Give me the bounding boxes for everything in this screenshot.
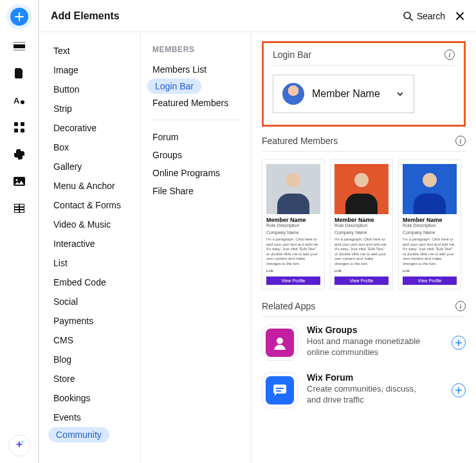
category-item[interactable]: Bookings xyxy=(39,388,140,408)
table-icon[interactable] xyxy=(13,202,26,215)
category-item[interactable]: Gallery xyxy=(39,157,140,176)
subnav-item[interactable]: Forum xyxy=(141,128,251,146)
member-card[interactable]: Member NameRole DescriptionCompany NameI… xyxy=(398,159,461,289)
section-icon[interactable] xyxy=(13,40,26,53)
category-item[interactable]: Social xyxy=(39,292,140,311)
rail-add-button[interactable] xyxy=(10,8,28,26)
subnav-divider xyxy=(152,120,239,120)
svg-point-4 xyxy=(21,100,24,104)
category-item[interactable]: Store xyxy=(39,369,140,388)
app-icon xyxy=(266,376,294,404)
category-item[interactable]: Box xyxy=(39,138,140,157)
plus-icon xyxy=(15,12,24,21)
info-icon[interactable]: i xyxy=(444,50,455,60)
page-icon[interactable] xyxy=(13,67,26,80)
info-icon[interactable]: i xyxy=(455,301,466,311)
view-profile-button[interactable]: View Profile xyxy=(403,277,457,285)
category-item[interactable]: Contact & Forms xyxy=(39,195,140,215)
category-item[interactable]: Events xyxy=(39,408,140,427)
view-profile-button[interactable]: View Profile xyxy=(266,277,320,285)
login-bar-widget[interactable]: Member Name xyxy=(273,75,414,113)
svg-rect-0 xyxy=(14,44,25,48)
app-icon-tile xyxy=(262,325,298,361)
category-item[interactable]: Blog xyxy=(39,350,140,369)
app-icon-tile xyxy=(262,372,298,408)
category-item[interactable]: Community xyxy=(48,427,109,442)
member-role: Role Description xyxy=(399,223,461,228)
member-card[interactable]: Member NameRole DescriptionCompany NameI… xyxy=(262,159,325,289)
member-paragraph: I'm a paragraph. Click here to add your … xyxy=(399,235,461,269)
member-link: Link xyxy=(399,269,461,275)
svg-rect-6 xyxy=(21,122,24,126)
login-bar-member-label: Member Name xyxy=(312,88,388,100)
svg-point-12 xyxy=(21,441,23,442)
text-style-icon[interactable]: A xyxy=(13,94,26,107)
subnav-heading: MEMBERS xyxy=(141,45,251,60)
close-icon xyxy=(455,12,464,21)
sparkle-icon[interactable] xyxy=(8,435,30,457)
subnav-item[interactable]: File Share xyxy=(141,182,251,200)
subnav-item[interactable]: Groups xyxy=(141,146,251,164)
category-item[interactable]: List xyxy=(39,253,140,273)
plugins-icon[interactable] xyxy=(13,148,26,161)
svg-rect-8 xyxy=(21,129,24,132)
category-item[interactable]: Image xyxy=(39,60,140,80)
category-list: TextImageButtonStripDecorativeBoxGallery… xyxy=(39,32,141,463)
search-button[interactable]: Search xyxy=(403,11,445,21)
category-item[interactable]: Strip xyxy=(39,99,140,118)
svg-rect-1 xyxy=(14,42,25,43)
svg-rect-16 xyxy=(276,388,284,389)
member-role: Role Description xyxy=(262,223,324,228)
app-title: Wix Groups xyxy=(307,325,443,335)
search-icon xyxy=(403,11,413,21)
app-info: Wix ForumCreate communities, discuss, an… xyxy=(307,372,443,406)
svg-rect-17 xyxy=(276,390,281,392)
app-row: Wix ForumCreate communities, discuss, an… xyxy=(262,372,466,408)
app-description: Host and manage monetizable online commu… xyxy=(307,336,423,358)
member-company: Company Name xyxy=(262,228,324,235)
category-item[interactable]: Payments xyxy=(39,311,140,331)
svg-rect-5 xyxy=(14,122,18,126)
avatar-icon xyxy=(282,83,304,105)
category-item[interactable]: Menu & Anchor xyxy=(39,176,140,195)
search-label: Search xyxy=(417,11,445,21)
media-icon[interactable] xyxy=(13,175,26,188)
plus-icon xyxy=(455,387,462,394)
apps-icon[interactable] xyxy=(13,121,26,134)
section-title-related: Related Apps xyxy=(262,301,315,311)
app-add-button[interactable] xyxy=(452,383,466,397)
info-icon[interactable]: i xyxy=(455,136,466,146)
subnav-item[interactable]: Featured Members xyxy=(141,94,251,112)
app-add-button[interactable] xyxy=(452,336,466,350)
member-name: Member Name xyxy=(262,214,324,223)
category-item[interactable]: Embed Code xyxy=(39,273,140,292)
subnav-item[interactable]: Members List xyxy=(141,60,251,78)
plus-icon xyxy=(455,340,462,346)
category-item[interactable]: Video & Music xyxy=(39,215,140,234)
subnav-item[interactable]: Online Programs xyxy=(141,164,251,182)
content-area: Login Bar i Member Name Featured Members… xyxy=(252,32,476,463)
category-item[interactable]: Decorative xyxy=(39,118,140,138)
category-item[interactable]: Button xyxy=(39,80,140,99)
member-link: Link xyxy=(331,269,392,275)
app-description: Create communities, discuss, and drive t… xyxy=(307,384,423,406)
subnav-item[interactable]: Login Bar xyxy=(147,78,201,94)
app-title: Wix Forum xyxy=(307,372,443,383)
member-name: Member Name xyxy=(331,214,392,223)
member-card[interactable]: Member NameRole DescriptionCompany NameI… xyxy=(330,159,393,289)
section-title-featured: Featured Members xyxy=(262,136,338,146)
category-item[interactable]: Text xyxy=(39,41,140,60)
member-company: Company Name xyxy=(331,228,392,235)
member-photo xyxy=(334,164,389,214)
left-rail: A xyxy=(0,0,39,463)
svg-rect-2 xyxy=(14,50,25,51)
category-item[interactable]: CMS xyxy=(39,331,140,350)
chevron-down-icon xyxy=(396,89,405,98)
member-link: Link xyxy=(262,269,324,275)
svg-rect-7 xyxy=(14,129,18,132)
svg-point-14 xyxy=(277,338,283,344)
close-button[interactable] xyxy=(455,12,464,21)
view-profile-button[interactable]: View Profile xyxy=(334,277,389,285)
panel-header: Add Elements Search xyxy=(39,0,476,32)
category-item[interactable]: Interactive xyxy=(39,234,140,253)
